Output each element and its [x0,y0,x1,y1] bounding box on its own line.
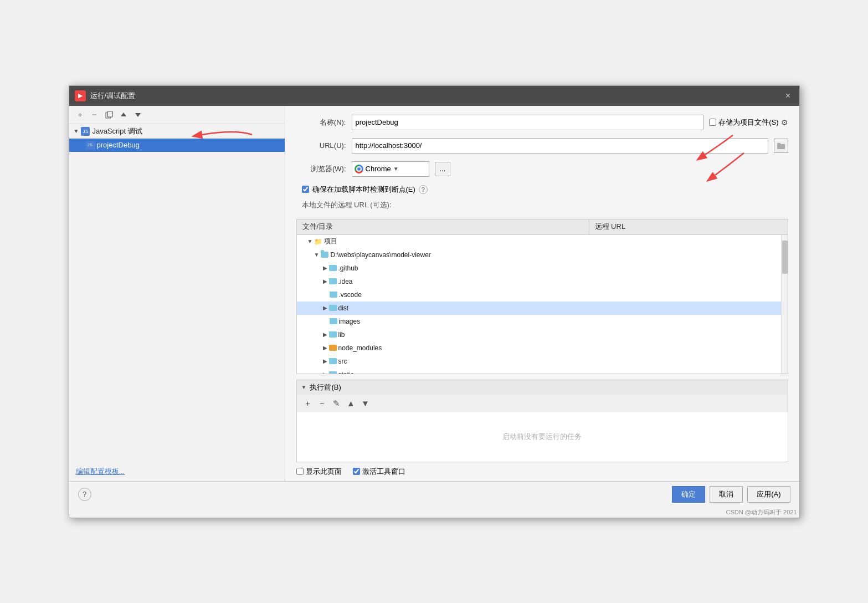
remove-config-button[interactable]: − [88,108,101,121]
title-bar-left: ▶ 运行/调试配置 [75,90,136,101]
chevron-lib: ▶ [323,331,327,338]
tree-row-project[interactable]: ▼ 📁 项目 [297,235,781,248]
item-icon: JS [86,141,95,150]
remote-url-label: 本地文件的远程 URL (可选): [296,200,788,210]
folder-icon-project: 📁 [314,238,322,246]
tree-row-src[interactable]: ▶ src [297,355,781,368]
activate-window-checkbox[interactable] [353,468,360,475]
show-page-label: 显示此页面 [306,467,342,477]
exec-edit-button[interactable]: ✎ [330,397,343,410]
folder-github-icon [329,265,337,271]
chevron-idea: ▶ [323,278,327,284]
add-config-button[interactable]: + [74,108,87,121]
file-col-header: 文件/目录 [297,219,589,234]
left-panel: + − ▼ [69,106,285,481]
project-debug-item[interactable]: JS projectDebug [69,139,285,152]
exec-down-button[interactable]: ▼ [359,397,372,410]
activate-window-label: 激活工具窗口 [362,467,405,477]
edit-config-link[interactable]: 编辑配置模板... [69,462,285,481]
save-checkbox-area: 存储为项目文件(S) ⚙ [709,117,788,127]
label-images: images [339,318,361,325]
bottom-checkboxes: 显示此页面 激活工具窗口 [285,462,799,481]
browser-row: 浏览器(W): Chrome ▼ ... [296,161,788,177]
dialog-title: 运行/调试配置 [90,91,136,101]
tree-row-node-modules[interactable]: ▶ node_modules [297,341,781,355]
ok-button[interactable]: 确定 [672,486,705,503]
tree-row-lib[interactable]: ▶ lib [297,328,781,341]
chevron-project: ▼ [307,238,313,244]
tree-row-idea[interactable]: ▶ .idea [297,275,781,288]
label-dist: dist [338,304,349,312]
url-folder-button[interactable] [774,139,788,153]
browser-browse-button[interactable]: ... [435,162,451,176]
browser-label: 浏览器(W): [296,164,346,174]
ensure-breakpoints-label: 确保在加载脚本时检测到断点(E) [312,185,415,195]
exec-toolbar: + − ✎ ▲ ▼ [296,395,788,412]
table-body: ▼ 📁 项目 ▼ D:\webs\playcanvas\mod [297,235,781,374]
folder-node-modules-icon [329,345,337,351]
help-button[interactable]: ? [78,488,91,501]
config-toolbar: + − [69,106,285,124]
move-up-button[interactable] [117,108,130,121]
browser-select[interactable]: Chrome ▼ [352,161,429,177]
chevron-node-modules: ▶ [323,345,327,351]
browser-value: Chrome [366,165,391,173]
exec-header: ▼ 执行前(B) [296,380,788,395]
remote-col-header: 远程 URL [589,219,788,234]
js-debug-group[interactable]: ▼ JS JavaScript 调试 [69,124,285,139]
label-model-viewer: D:\webs\playcanvas\model-viewer [330,251,430,259]
label-src: src [338,357,347,365]
label-github: .github [338,264,358,272]
label-project: 项目 [324,237,337,246]
config-tree: ▼ JS JavaScript 调试 [69,124,285,462]
browser-row-wrapper: 浏览器(W): Chrome ▼ ... [296,161,788,177]
tree-row-images[interactable]: images [297,315,781,328]
svg-rect-6 [777,143,780,145]
dialog-footer: ? 确定 取消 应用(A) [69,481,799,507]
name-label: 名称(N): [296,117,346,127]
folder-lib-icon [329,331,337,338]
tree-row-model-viewer[interactable]: ▼ D:\webs\playcanvas\model-viewer [297,248,781,262]
url-label: URL(U): [296,141,346,150]
tree-row-github[interactable]: ▶ .github [297,262,781,275]
group-label: JavaScript 调试 [92,126,142,136]
exec-add-button[interactable]: + [301,397,315,410]
exec-empty-label: 启动前没有要运行的任务 [502,432,582,442]
url-input[interactable] [352,138,768,154]
apply-button[interactable]: 应用(A) [747,486,790,503]
svg-marker-2 [121,113,126,116]
save-to-file-checkbox[interactable] [709,119,716,126]
folder-src-icon [329,358,337,364]
svg-rect-1 [107,111,112,117]
url-row: URL(U): [296,138,788,154]
exec-body: 启动前没有要运行的任务 [296,412,788,462]
chevron-dist: ▶ [323,305,327,311]
show-page-checkbox[interactable] [296,468,304,475]
name-input[interactable] [352,115,704,130]
show-page-checkbox-item: 显示此页面 [296,467,342,477]
run-debug-dialog: ▶ 运行/调试配置 × + − [69,85,800,518]
copy-config-button[interactable] [102,108,116,121]
exec-remove-button[interactable]: − [316,397,329,410]
exec-up-button[interactable]: ▲ [345,397,358,410]
right-panel: 名称(N): 存储为项目文件(S) ⚙ URL(U): [285,106,799,481]
cancel-button[interactable]: 取消 [710,486,743,503]
svg-marker-3 [135,113,141,117]
settings-icon[interactable]: ⚙ [781,118,788,127]
url-row-wrapper: URL(U): [296,138,788,154]
ensure-breakpoints-checkbox[interactable] [302,186,309,193]
exec-chevron: ▼ [301,384,307,390]
tree-row-dist[interactable]: ▶ dist [297,302,781,315]
tree-row-vscode[interactable]: .vscode [297,288,781,302]
help-icon[interactable]: ? [419,185,428,194]
close-button[interactable]: × [783,90,794,101]
tree-row-static[interactable]: ▶ static [297,368,781,374]
table-header: 文件/目录 远程 URL [297,219,788,235]
chrome-icon [355,165,363,173]
move-down-button[interactable] [131,108,145,121]
folder-images-icon [330,318,337,324]
chevron-github: ▶ [323,265,327,271]
watermark: CSDN @动力码叫于 2021 [69,507,799,518]
table-scrollbar[interactable] [781,235,788,374]
footer-left: ? [78,488,91,501]
